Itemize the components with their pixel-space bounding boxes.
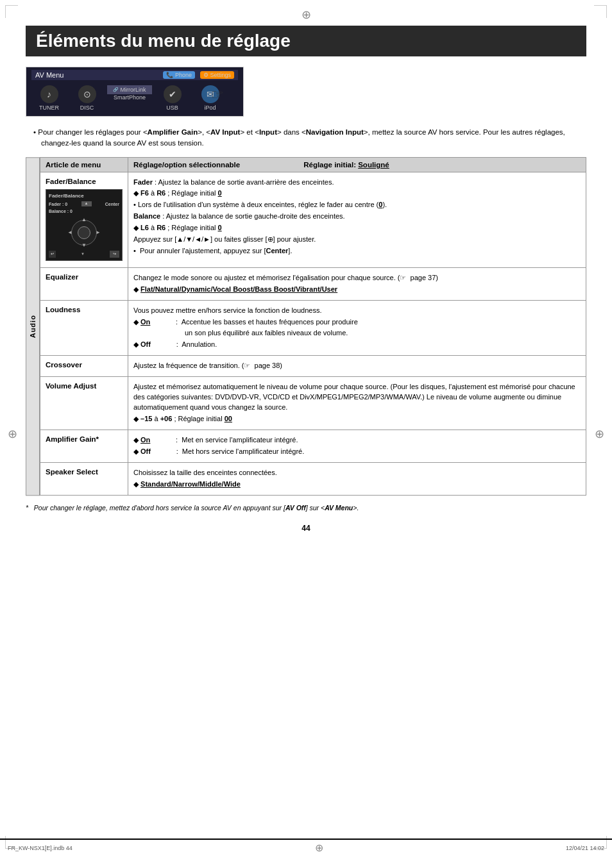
item-name-equalizer: Equalizer bbox=[40, 267, 128, 300]
crosshair-top: ⊕ bbox=[302, 8, 311, 22]
page-title: Éléments du menu de réglage bbox=[26, 26, 586, 56]
note-text: • Pour changer les réglages pour <Amplif… bbox=[33, 127, 586, 149]
av-icon-tuner: ♪ TUNER bbox=[31, 85, 67, 111]
table-row-crossover: Crossover Ajustez la fréquence de transi… bbox=[40, 356, 586, 377]
bottom-crosshair: ⊕ bbox=[315, 842, 323, 854]
item-name-speaker: Speaker Select bbox=[40, 462, 128, 495]
av-icon-disc: ⊙ DISC bbox=[69, 85, 105, 111]
side-label-audio: Audio bbox=[26, 157, 40, 496]
fader-screenshot: Fader/Balance Fader : 0 ▲ Center Balance… bbox=[46, 189, 123, 261]
table-row-volume: Volume Adjust Ajustez et mémorisez autom… bbox=[40, 377, 586, 430]
table-row-fader: Fader/Balance Fader/Balance Fader : 0 ▲ … bbox=[40, 172, 586, 267]
table-row-amplifier: Amplifier Gain* ◆ On : Met en service l'… bbox=[40, 430, 586, 463]
description-amplifier: ◆ On : Met en service l'amplificateur in… bbox=[128, 430, 586, 463]
fader-center-area: ▲ ▼ ◄ ► bbox=[49, 216, 119, 249]
description-loudness: Vous pouvez mettre en/hors service la fo… bbox=[128, 300, 586, 356]
av-icon-usb: ✔ USB bbox=[155, 85, 190, 111]
footnote: * Pour changer le réglage, mettez d'abor… bbox=[26, 503, 586, 513]
av-menu-icon-group: 📞 Phone ⚙ Settings bbox=[163, 71, 234, 79]
description-volume: Ajustez et mémorisez automatiquement le … bbox=[128, 377, 586, 430]
description-speaker: Choisissez la taille des enceintes conne… bbox=[128, 462, 586, 495]
note-section: • Pour changer les réglages pour <Amplif… bbox=[26, 127, 586, 149]
description-equalizer: Changez le mode sonore ou ajustez et mém… bbox=[128, 267, 586, 300]
usb-icon: ✔ bbox=[164, 85, 182, 103]
item-name-loudness: Loudness bbox=[40, 300, 128, 356]
main-content-area: Audio Article de menu Réglage/option sél… bbox=[26, 157, 586, 496]
av-icon-smartphone: 🔗 MirrorLink SmartPhone bbox=[107, 85, 152, 111]
table-row-equalizer: Equalizer Changez le mode sonore ou ajus… bbox=[40, 267, 586, 300]
table-row-loudness: Loudness Vous pouvez mettre en/hors serv… bbox=[40, 300, 586, 356]
item-name-volume: Volume Adjust bbox=[40, 377, 128, 430]
tuner-icon: ♪ bbox=[40, 85, 58, 103]
table-row-speaker: Speaker Select Choisissez la taille des … bbox=[40, 462, 586, 495]
page-number: 44 bbox=[26, 524, 586, 533]
crosshair-left: ⊕ bbox=[8, 427, 17, 441]
item-name-crossover: Crossover bbox=[40, 356, 128, 377]
item-name-amplifier: Amplifier Gain* bbox=[40, 430, 128, 463]
corner-mark-tl bbox=[5, 5, 18, 18]
crosshair-right: ⊕ bbox=[595, 427, 604, 441]
description-crossover: Ajustez la fréquence de transition. (☞ p… bbox=[128, 356, 586, 377]
footnote-text: * Pour changer le réglage, mettez d'abor… bbox=[26, 504, 359, 512]
item-name-fader: Fader/Balance Fader/Balance Fader : 0 ▲ … bbox=[40, 172, 128, 267]
description-fader: Fader : Ajustez la balance de sortie ava… bbox=[128, 172, 586, 267]
bottom-right-text: 12/04/21 14:02 bbox=[566, 845, 604, 851]
table-header-option: Réglage/option sélectionnable Réglage in… bbox=[128, 157, 586, 172]
settings-button: ⚙ Settings bbox=[200, 71, 234, 79]
hand-cursor-icon: ☞ bbox=[211, 87, 224, 103]
disc-icon: ⊙ bbox=[78, 85, 96, 103]
mirrorlink-area: 🔗 MirrorLink bbox=[107, 85, 152, 94]
content-table: Article de menu Réglage/option sélection… bbox=[40, 157, 586, 496]
corner-mark-tr bbox=[594, 5, 607, 18]
bottom-bar: FR_KW-NSX1[E].indb 44 ⊕ 12/04/21 14:02 bbox=[0, 839, 612, 854]
av-menu-topbar: AV Menu 📞 Phone ⚙ Settings bbox=[31, 70, 238, 80]
phone-button: 📞 Phone bbox=[163, 71, 195, 79]
av-menu-screenshot: AV Menu 📞 Phone ⚙ Settings ♪ TUNER ⊙ DIS… bbox=[26, 67, 244, 117]
av-menu-icon-row: ♪ TUNER ⊙ DISC 🔗 MirrorLink SmartPhone ✔… bbox=[31, 83, 238, 113]
av-menu-title-label: AV Menu bbox=[35, 71, 64, 79]
table-header-item: Article de menu bbox=[40, 157, 128, 172]
bottom-left-text: FR_KW-NSX1[E].indb 44 bbox=[8, 845, 72, 851]
